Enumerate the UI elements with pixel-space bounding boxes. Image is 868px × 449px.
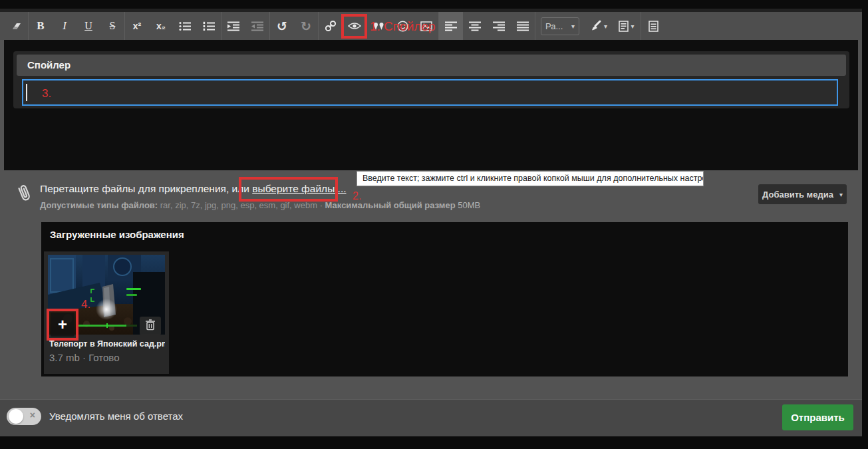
attach-hint-text: Перетащите файлы для прикрепления, или [40, 183, 252, 194]
attach-hint-line: Перетащите файлы для прикрепления, или в… [40, 183, 347, 195]
chevron-down-icon: ▾ [571, 23, 575, 30]
add-media-label: Добавить медиа [762, 190, 833, 200]
link-icon [325, 20, 337, 32]
spoiler-title-bar[interactable]: Спойлер [17, 55, 846, 76]
choose-files-link[interactable]: выберите файлы ... [252, 183, 346, 194]
notify-replies-label: Уведомлять меня об ответах [49, 410, 183, 422]
underline-button[interactable]: U [76, 12, 100, 40]
notify-replies-toggle[interactable]: × [7, 408, 41, 425]
bullet-list-icon [179, 21, 191, 31]
max-size-value: 50MB [456, 200, 481, 210]
image-icon [420, 21, 432, 31]
forum-post-editor: B I U S x² x₂ [0, 0, 868, 449]
align-justify-button[interactable] [511, 12, 535, 40]
chevron-down-icon: ▾ [604, 23, 607, 30]
insert-image-button[interactable] [414, 12, 438, 40]
redo-button[interactable]: ↻ [294, 12, 318, 40]
attachment-filename: Телепорт в Японский сад.png [49, 339, 165, 349]
composer-footer: × Уведомлять меня об ответах Отправить [0, 399, 862, 436]
source-view-button[interactable] [641, 12, 665, 40]
group-text-style: B I U S [29, 12, 125, 40]
paperclip-icon [15, 183, 33, 207]
bold-button[interactable]: B [29, 12, 53, 40]
redo-icon: ↻ [301, 20, 311, 33]
indent-icon [227, 21, 239, 31]
align-center-icon [469, 21, 481, 31]
undo-button[interactable]: ↺ [270, 12, 294, 40]
eye-icon [348, 21, 361, 31]
group-source [641, 12, 665, 40]
text-cursor [26, 84, 27, 101]
trash-icon [145, 319, 156, 333]
toggle-off-icon: × [30, 410, 35, 420]
attachment-size-status: 3.7 mb · Готово [49, 352, 120, 363]
uploaded-images-panel: Загруженные изображения [41, 222, 848, 376]
group-script-lists: x² x₂ [125, 12, 221, 40]
add-media-button[interactable]: Добавить медиа ▾ [758, 184, 847, 204]
undo-icon: ↺ [277, 20, 287, 33]
align-left-icon [445, 21, 457, 31]
italic-button[interactable]: I [53, 12, 76, 40]
quote-button[interactable] [366, 12, 390, 40]
toggle-knob [9, 409, 23, 424]
align-left-button[interactable] [439, 12, 463, 40]
uploaded-images-header: Загруженные изображения [50, 229, 184, 240]
outdent-button[interactable] [245, 12, 269, 40]
group-insert [319, 12, 439, 40]
align-center-button[interactable] [463, 12, 487, 40]
outdent-icon [251, 21, 263, 31]
align-justify-icon [517, 21, 529, 31]
superscript-button[interactable]: x² [125, 12, 149, 40]
quote-icon [373, 21, 384, 31]
max-size-label: Максимальный общий размер [325, 200, 456, 210]
smilies-button[interactable] [390, 12, 414, 40]
numbered-list-button[interactable] [197, 12, 221, 40]
strikethrough-button[interactable]: S [100, 12, 124, 40]
align-right-icon [493, 21, 505, 31]
spoiler-content-input[interactable] [22, 79, 838, 106]
document-lines-icon [619, 21, 629, 32]
eraser-icon [10, 21, 22, 31]
paragraph-format-dropdown[interactable]: Ра... ▾ [541, 17, 579, 35]
smiley-icon [397, 21, 408, 32]
group-format-remove [4, 12, 29, 40]
align-right-button[interactable] [487, 12, 511, 40]
submit-button[interactable]: Отправить [782, 404, 853, 430]
chevron-down-icon: ▾ [839, 191, 843, 198]
plus-icon: + [58, 317, 67, 333]
text-color-button[interactable]: ▾ [585, 12, 613, 40]
attach-rules-line: Допустимые типы файлов: rar, zip, 7z, jp… [40, 200, 480, 210]
attachments-section: Перетащите файлы для прикрепления, или в… [0, 170, 862, 399]
remove-format-button[interactable] [4, 12, 28, 40]
templates-button[interactable]: ▾ [613, 12, 641, 40]
attachment-card: + Телепорт в Японский сад.png 3.7 mb · Г… [44, 251, 169, 374]
editor-toolbar: B I U S x² x₂ [0, 12, 862, 40]
insert-link-button[interactable] [319, 12, 343, 40]
numbered-list-icon [203, 21, 215, 31]
group-indent [221, 12, 270, 40]
group-history: ↺ ↻ [270, 12, 319, 40]
spoiler-block: Спойлер [13, 51, 849, 108]
browser-tooltip: Введите текст; зажмите ctrl и кликните п… [357, 171, 704, 186]
bullet-list-button[interactable] [173, 12, 197, 40]
group-style: Ра... ▾ ▾ ▾ [535, 12, 641, 40]
group-align [439, 12, 535, 40]
document-icon [649, 21, 658, 32]
composer-panel: B I U S x² x₂ [0, 9, 862, 436]
delete-attachment-button[interactable] [140, 317, 161, 335]
insert-attachment-button[interactable]: + [51, 313, 74, 337]
indent-button[interactable] [221, 12, 245, 40]
subscript-button[interactable]: x₂ [149, 12, 173, 40]
brush-icon [590, 20, 602, 32]
chevron-down-icon: ▾ [631, 23, 634, 30]
paragraph-format-value: Ра... [545, 21, 563, 31]
allowed-types-label: Допустимые типы файлов: [40, 200, 158, 210]
spoiler-eye-button[interactable] [343, 12, 366, 40]
message-editor-area[interactable]: Спойлер [4, 40, 858, 170]
allowed-types-values: rar, zip, 7z, jpg, png, esp, esm, gif, w… [158, 200, 325, 210]
